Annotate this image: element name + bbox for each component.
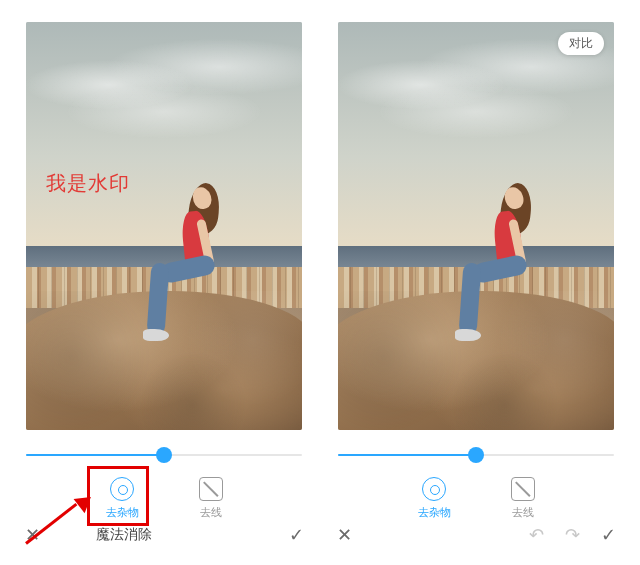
redo-icon[interactable]: ↷	[554, 526, 590, 544]
comparison-stage: 我是水印 去杂物 去线 ✕ 魔法消除 ✓	[0, 0, 640, 565]
brush-size-slider[interactable]	[338, 444, 614, 466]
tool-row: 去杂物 去线	[326, 470, 626, 526]
annotation-highlight-box	[87, 466, 149, 526]
confirm-icon[interactable]: ✓	[590, 526, 626, 544]
photo-subject	[465, 177, 555, 367]
watermark-text: 我是水印	[46, 170, 130, 197]
photo-preview[interactable]: 对比	[338, 22, 614, 430]
photo-subject	[153, 177, 243, 367]
slider-thumb[interactable]	[468, 447, 484, 463]
compare-button[interactable]: 对比	[558, 32, 604, 55]
tool-label: 去线	[512, 505, 534, 520]
slider-fill	[338, 454, 476, 456]
undo-icon[interactable]: ↶	[518, 526, 554, 544]
tool-row: 去杂物 去线	[14, 470, 314, 526]
tool-remove-object[interactable]: 去杂物	[418, 477, 451, 520]
editor-panel-before: 我是水印 去杂物 去线 ✕ 魔法消除 ✓	[14, 14, 314, 551]
close-icon[interactable]: ✕	[326, 526, 362, 544]
slash-box-icon	[199, 477, 223, 501]
brush-size-slider[interactable]	[26, 444, 302, 466]
tool-remove-line[interactable]: 去线	[199, 477, 223, 520]
tool-label: 去线	[200, 505, 222, 520]
bottom-bar: ✕ ↶ ↷ ✓	[326, 519, 626, 551]
bottom-bar: ✕ 魔法消除 ✓	[14, 519, 314, 551]
slider-thumb[interactable]	[156, 447, 172, 463]
confirm-icon[interactable]: ✓	[278, 526, 314, 544]
tool-remove-line[interactable]: 去线	[511, 477, 535, 520]
feature-title: 魔法消除	[96, 526, 152, 544]
slash-box-icon	[511, 477, 535, 501]
close-icon[interactable]: ✕	[14, 526, 50, 544]
photo-preview[interactable]: 我是水印	[26, 22, 302, 430]
editor-panel-after: 对比 去杂物 去线 ✕ ↶ ↷ ✓	[326, 14, 626, 551]
slider-fill	[26, 454, 164, 456]
tool-label: 去杂物	[418, 505, 451, 520]
circle-target-icon	[422, 477, 446, 501]
